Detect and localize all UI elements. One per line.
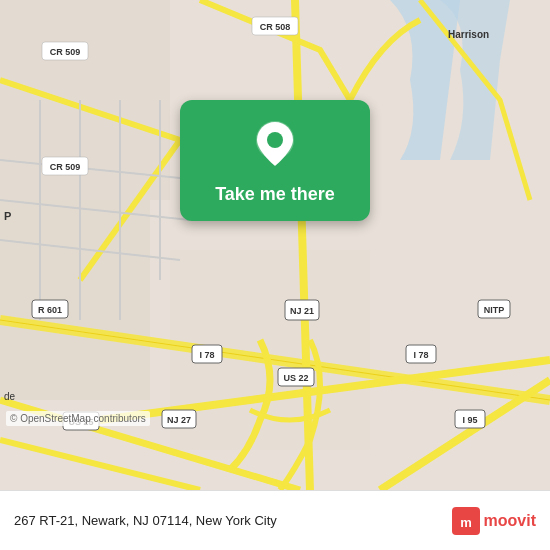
address-text: 267 RT-21, Newark, NJ 07114, New York Ci…: [14, 513, 452, 528]
moovit-logo-icon: m: [452, 507, 480, 535]
svg-text:CR 509: CR 509: [50, 162, 81, 172]
copyright-text: © OpenStreetMap contributors: [6, 411, 150, 426]
svg-text:P: P: [4, 210, 11, 222]
svg-text:US 22: US 22: [283, 373, 308, 383]
svg-rect-2: [0, 200, 150, 400]
svg-text:m: m: [460, 515, 472, 530]
bottom-bar: 267 RT-21, Newark, NJ 07114, New York Ci…: [0, 490, 550, 550]
svg-text:I 78: I 78: [199, 350, 214, 360]
svg-text:Harrison: Harrison: [448, 29, 489, 40]
svg-text:NITP: NITP: [484, 305, 505, 315]
svg-text:NJ 27: NJ 27: [167, 415, 191, 425]
cta-button-container[interactable]: Take me there: [180, 100, 370, 221]
svg-point-39: [267, 132, 283, 148]
svg-text:I 95: I 95: [462, 415, 477, 425]
location-pin-icon: [253, 120, 297, 174]
svg-text:I 78: I 78: [413, 350, 428, 360]
svg-text:de: de: [4, 391, 16, 402]
take-me-there-button[interactable]: Take me there: [215, 184, 335, 205]
svg-text:CR 509: CR 509: [50, 47, 81, 57]
svg-text:CR 508: CR 508: [260, 22, 291, 32]
moovit-logo: m moovit: [452, 507, 536, 535]
svg-text:R 601: R 601: [38, 305, 62, 315]
cta-card[interactable]: Take me there: [180, 100, 370, 221]
moovit-text: moovit: [484, 512, 536, 530]
svg-text:NJ 21: NJ 21: [290, 306, 314, 316]
map-container: CR 509 CR 508 CR 509 Harrison NJ 21 I 78…: [0, 0, 550, 490]
